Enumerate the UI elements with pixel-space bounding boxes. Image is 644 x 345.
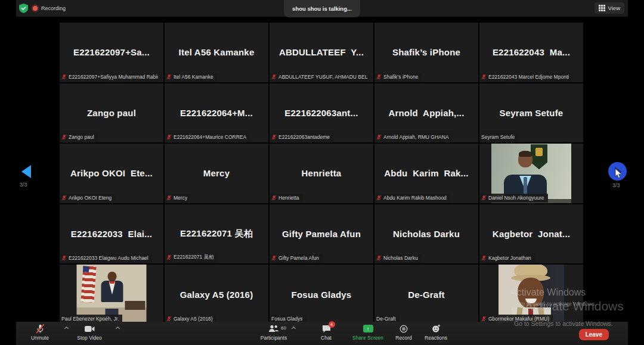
participant-tile[interactable]: Zango paul Zango paul — [60, 83, 163, 143]
participant-grid: E221622097+Sa... E221622097+Safiyya Muha… — [60, 23, 583, 324]
participant-name-label: Henrietta — [270, 194, 303, 203]
participant-name-label: Nicholas Darku — [374, 254, 422, 263]
participant-tile[interactable]: ABDULLATEEF Y... ABDULLATEEF YUSUF, AHMA… — [270, 23, 373, 82]
participant-tile[interactable]: E221622033 Elai... E221622033 Elaigwu Au… — [60, 204, 163, 264]
participant-label-text: Mercy — [174, 195, 187, 201]
participant-tile[interactable]: E221622071 吴柏 E221622071 吴柏 — [165, 204, 268, 264]
participant-label-text: Arnold Appiah, RMU GHANA — [383, 134, 449, 140]
participant-tile[interactable]: Galaxy A5 (2016) Galaxy A5 (2016) — [165, 265, 268, 324]
participant-tile[interactable]: Kagbetor Jonat... Kagbetor Jonathan — [479, 204, 583, 264]
participant-name-label: E221622033 Elaigwu Audu Michael — [60, 254, 152, 263]
participant-name-label: Mercy — [165, 194, 191, 203]
record-button[interactable]: Record — [391, 324, 417, 341]
leave-button[interactable]: Leave — [579, 329, 609, 340]
participant-name-label: E221622043 Marcel Edjome Mponti — [479, 73, 572, 82]
participant-label-text: E221622043 Marcel Edjome Mponti — [488, 74, 569, 80]
page-indicator-right: 3/3 — [612, 182, 620, 188]
participant-tile[interactable]: Abdu Karim Rak... Abdu Karim Rakib Masho… — [374, 144, 478, 203]
participant-tile[interactable]: Arnold Appiah,... Arnold Appiah, RMU GHA… — [374, 83, 478, 143]
participant-label-text: E221622063antademe — [278, 134, 330, 140]
participant-tile[interactable]: E221622097+Sa... E221622097+Safiyya Muha… — [60, 23, 163, 82]
participant-tile[interactable]: Shafik’s iPhone Shafik’s iPhone — [374, 23, 478, 82]
view-button[interactable]: View — [595, 2, 624, 14]
previous-page-arrow[interactable] — [21, 165, 31, 178]
participant-label-text: Arikpo OKOI Eteng — [69, 195, 112, 201]
unmute-button[interactable]: Unmute — [22, 324, 58, 341]
participant-name-label: Seyram Setufe — [479, 133, 518, 142]
mic-muted-icon — [61, 134, 67, 140]
participant-tile[interactable]: Fosua Gladys Fosua Gladys — [270, 265, 373, 324]
participant-tile[interactable]: De-Graft De-Graft — [374, 265, 478, 324]
chat-button[interactable]: 4 Chat — [314, 324, 338, 341]
participant-tile[interactable]: Daniel Nsoh Akongyuure — [479, 144, 583, 203]
participant-label-text: E221622033 Elaigwu Audu Michael — [69, 255, 148, 261]
unmute-label: Unmute — [31, 335, 49, 341]
participant-name-label: E221622097+Safiyya Muhammad Rabiu — [60, 73, 162, 82]
record-label: Record — [395, 335, 411, 341]
participant-name-label: E221622063antademe — [270, 133, 333, 142]
participant-tile[interactable]: Gifty Pamela Afun Gifty Pamela Afun — [270, 204, 373, 264]
shield-check-icon[interactable] — [19, 4, 28, 13]
unmute-options-chevron-icon[interactable] — [64, 327, 69, 331]
participant-label-text: Shafik’s iPhone — [383, 74, 418, 80]
participant-label-text: Henrietta — [278, 195, 299, 201]
participant-label-text: Gifty Pamela Afun — [278, 255, 319, 261]
top-bar: Recording shou shou is talking... View — [16, 0, 628, 17]
chat-label: Chat — [321, 335, 332, 341]
view-button-label: View — [608, 5, 620, 11]
participant-label-text: E221622071 吴柏 — [174, 254, 214, 261]
participant-label-text: E221622097+Safiyya Muhammad Rabiu — [69, 74, 158, 80]
participant-label-text: Nicholas Darku — [383, 255, 418, 261]
participant-name-label: Kagbetor Jonathan — [479, 254, 535, 263]
mic-muted-icon — [271, 134, 277, 140]
chat-unread-badge: 4 — [329, 321, 335, 328]
participants-button[interactable]: Participants 60 — [255, 324, 293, 341]
participant-tile[interactable]: E221622043 Ma... E221622043 Marcel Edjom… — [479, 23, 583, 82]
participant-tile[interactable]: Nicholas Darku Nicholas Darku — [374, 204, 478, 264]
active-speaker-text: shou shou is talking... — [292, 5, 352, 12]
participant-name-label: Abdu Karim Rakib Mashood — [374, 194, 450, 203]
participant-label-text: ABDULLATEEF YUSUF, AHMADU BELLO ... — [278, 74, 368, 80]
participant-tile[interactable]: Itel A56 Kamanke Itel A56 Kamanke — [165, 23, 268, 82]
top-bar-left: Recording — [19, 0, 66, 17]
active-speaker-notification: shou shou is talking... — [284, 0, 360, 17]
video-options-chevron-icon[interactable] — [116, 327, 120, 331]
mic-muted-icon — [166, 134, 172, 140]
grid-view-icon — [599, 5, 605, 11]
participant-label-text: Kagbetor Jonathan — [488, 255, 531, 261]
participant-name-label: Daniel Nsoh Akongyuure — [479, 194, 548, 203]
participant-tile[interactable]: Henrietta Henrietta — [270, 144, 373, 203]
share-screen-button[interactable]: ↑ Share Screen — [346, 324, 390, 341]
participant-tile[interactable]: Paul Ebenezer Kpoéh, Jr. — [60, 265, 163, 324]
recording-indicator[interactable]: Recording — [33, 5, 66, 11]
mic-muted-icon — [166, 195, 172, 201]
participant-label-text: Galaxy A5 (2016) — [174, 316, 213, 322]
mic-muted-icon — [271, 74, 277, 80]
participant-label-text: E221622064+Maurice CORREA — [174, 134, 246, 140]
participant-label-text: Zango paul — [69, 134, 94, 140]
stop-video-button[interactable]: Stop Video — [69, 324, 110, 341]
mic-muted-icon — [481, 195, 487, 201]
participant-label-text: Abdu Karim Rakib Mashood — [383, 195, 447, 201]
participant-label-text: Fosua Gladys — [271, 316, 302, 322]
participant-tile[interactable]: Seyram Setufe Seyram Setufe — [479, 83, 583, 143]
participant-name-label: Arnold Appiah, RMU GHANA — [374, 133, 453, 142]
reactions-button[interactable]: Reactions — [419, 324, 453, 341]
participant-label-text: Seyram Setufe — [481, 134, 515, 140]
participant-name-label: E221622064+Maurice CORREA — [165, 133, 250, 142]
participant-tile[interactable]: Gbormekor Makafui (RMU) — [479, 265, 583, 324]
participant-tile[interactable]: Arikpo OKOI Ete... Arikpo OKOI Eteng — [60, 144, 163, 203]
participant-label-text: Gbormekor Makafui (RMU) — [488, 316, 549, 322]
mic-muted-icon — [271, 195, 277, 201]
participant-label-text: Daniel Nsoh Akongyuure — [488, 195, 544, 201]
participant-tile[interactable]: E221622063ant... E221622063antademe — [270, 83, 373, 143]
participant-name-label: Shafik’s iPhone — [374, 73, 422, 82]
participant-tile[interactable]: Mercy Mercy — [165, 144, 268, 203]
participant-name-label: Gifty Pamela Afun — [270, 254, 323, 263]
mic-muted-icon — [166, 254, 172, 260]
participant-tile[interactable]: E221622064+M... E221622064+Maurice CORRE… — [165, 83, 268, 143]
mic-muted-icon — [481, 255, 487, 261]
participant-label-text: Paul Ebenezer Kpoéh, Jr. — [61, 316, 119, 322]
participants-icon — [268, 324, 279, 334]
zoom-meeting-window: Recording shou shou is talking... View — [0, 0, 644, 345]
